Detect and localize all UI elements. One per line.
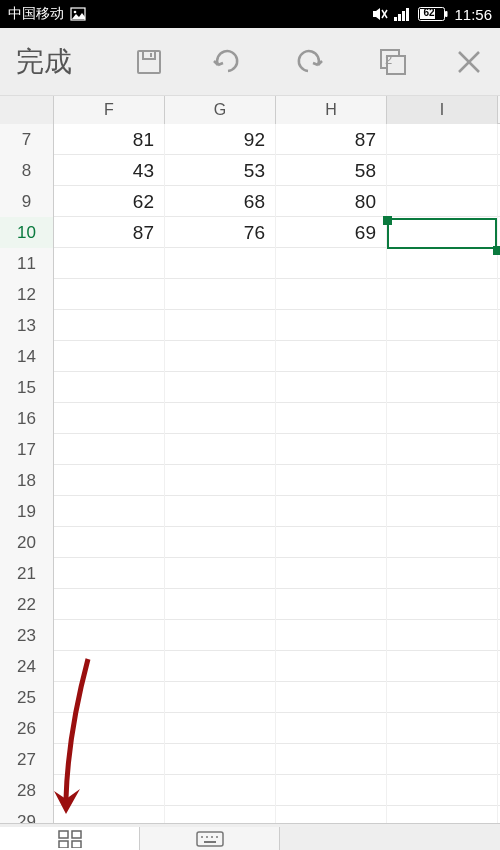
duplicate-button[interactable]: 2 — [370, 39, 416, 85]
cell[interactable] — [54, 558, 165, 589]
cell[interactable] — [387, 310, 498, 341]
cell[interactable] — [165, 527, 276, 558]
cell[interactable] — [276, 434, 387, 465]
cell[interactable] — [54, 403, 165, 434]
cell[interactable] — [387, 620, 498, 651]
cell[interactable] — [387, 744, 498, 775]
row-header[interactable]: 22 — [0, 589, 54, 620]
cell[interactable] — [387, 341, 498, 372]
cell[interactable] — [54, 434, 165, 465]
cell[interactable] — [276, 713, 387, 744]
cell[interactable] — [54, 651, 165, 682]
cell[interactable] — [54, 496, 165, 527]
row-header[interactable]: 20 — [0, 527, 54, 558]
row-header[interactable]: 19 — [0, 496, 54, 527]
cell[interactable] — [276, 403, 387, 434]
cell[interactable] — [165, 279, 276, 310]
cell[interactable] — [387, 558, 498, 589]
cell[interactable] — [276, 341, 387, 372]
cell[interactable]: 68 — [165, 186, 276, 217]
cell[interactable] — [387, 527, 498, 558]
row-header[interactable]: 14 — [0, 341, 54, 372]
row-header[interactable]: 9 — [0, 186, 54, 217]
cell[interactable] — [387, 248, 498, 279]
close-button[interactable] — [448, 41, 490, 83]
cell[interactable] — [276, 620, 387, 651]
cell[interactable] — [165, 310, 276, 341]
fill-anchor[interactable] — [383, 216, 392, 225]
cell[interactable] — [165, 744, 276, 775]
cell[interactable] — [387, 682, 498, 713]
cell[interactable] — [276, 527, 387, 558]
cell[interactable] — [276, 279, 387, 310]
cell[interactable] — [276, 744, 387, 775]
cell[interactable] — [54, 310, 165, 341]
cell[interactable] — [54, 372, 165, 403]
col-header-H[interactable]: H — [276, 96, 387, 124]
cell[interactable] — [54, 589, 165, 620]
cell[interactable] — [276, 496, 387, 527]
cell[interactable] — [165, 372, 276, 403]
cell[interactable] — [387, 403, 498, 434]
cell[interactable] — [276, 558, 387, 589]
save-button[interactable] — [126, 39, 172, 85]
col-header-G[interactable]: G — [165, 96, 276, 124]
cell[interactable] — [165, 434, 276, 465]
cell[interactable] — [387, 372, 498, 403]
cell[interactable] — [165, 496, 276, 527]
cell[interactable]: 43 — [54, 155, 165, 186]
spreadsheet[interactable]: F G H I 78192878435358962688010877669111… — [0, 96, 500, 837]
cell[interactable] — [165, 620, 276, 651]
cell[interactable]: 53 — [165, 155, 276, 186]
cell[interactable] — [54, 527, 165, 558]
cell[interactable] — [387, 217, 498, 248]
cell[interactable] — [276, 589, 387, 620]
cell[interactable] — [54, 465, 165, 496]
row-header[interactable]: 8 — [0, 155, 54, 186]
cell[interactable] — [387, 465, 498, 496]
cell[interactable] — [165, 341, 276, 372]
done-button[interactable]: 完成 — [10, 43, 78, 81]
cell[interactable] — [276, 651, 387, 682]
col-header-I[interactable]: I — [387, 96, 498, 124]
cell[interactable] — [387, 279, 498, 310]
cell[interactable] — [165, 682, 276, 713]
cell[interactable] — [387, 186, 498, 217]
row-header[interactable]: 16 — [0, 403, 54, 434]
cell[interactable] — [54, 341, 165, 372]
redo-button[interactable] — [284, 39, 332, 85]
cell[interactable] — [54, 248, 165, 279]
cell[interactable] — [387, 496, 498, 527]
cell[interactable] — [165, 651, 276, 682]
cell[interactable] — [165, 589, 276, 620]
cell[interactable]: 76 — [165, 217, 276, 248]
select-all-corner[interactable] — [0, 96, 54, 124]
row-header[interactable]: 18 — [0, 465, 54, 496]
cell[interactable] — [165, 558, 276, 589]
cell[interactable] — [276, 682, 387, 713]
cell[interactable] — [54, 775, 165, 806]
row-header[interactable]: 26 — [0, 713, 54, 744]
col-header-F[interactable]: F — [54, 96, 165, 124]
cell[interactable] — [54, 682, 165, 713]
cell[interactable] — [387, 155, 498, 186]
bottom-tab-keyboard[interactable] — [140, 827, 280, 850]
row-header[interactable]: 13 — [0, 310, 54, 341]
cell[interactable] — [54, 279, 165, 310]
cell[interactable] — [387, 124, 498, 155]
cell[interactable] — [387, 589, 498, 620]
cell[interactable]: 80 — [276, 186, 387, 217]
row-header[interactable]: 25 — [0, 682, 54, 713]
cell[interactable] — [54, 713, 165, 744]
undo-button[interactable] — [204, 39, 252, 85]
row-header[interactable]: 23 — [0, 620, 54, 651]
cell[interactable] — [276, 465, 387, 496]
cell[interactable] — [387, 775, 498, 806]
bottom-tab-grid[interactable] — [0, 827, 140, 850]
cell[interactable]: 87 — [276, 124, 387, 155]
cell[interactable] — [276, 310, 387, 341]
row-header[interactable]: 17 — [0, 434, 54, 465]
row-header[interactable]: 15 — [0, 372, 54, 403]
row-header[interactable]: 21 — [0, 558, 54, 589]
cell[interactable]: 62 — [54, 186, 165, 217]
